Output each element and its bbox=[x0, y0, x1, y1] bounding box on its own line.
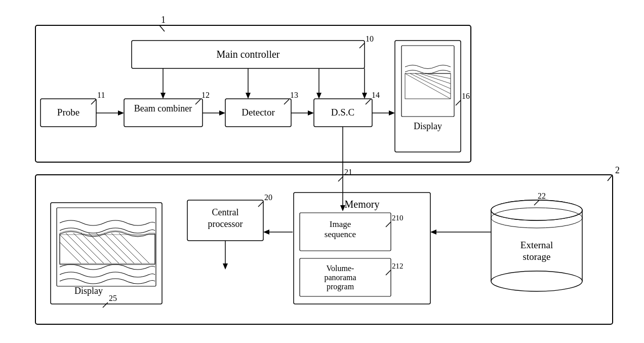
ref12-label: 12 bbox=[202, 91, 210, 99]
ref14-label: 14 bbox=[372, 91, 380, 99]
volume-panorama-label3: program bbox=[327, 282, 354, 291]
ref20-label: 20 bbox=[264, 193, 272, 202]
svg-line-1 bbox=[159, 25, 165, 31]
svg-line-74 bbox=[96, 233, 147, 284]
detector-label: Detector bbox=[242, 107, 275, 118]
ref10-label: 10 bbox=[366, 34, 374, 43]
dsc-label: D.S.C bbox=[331, 107, 354, 118]
probe-label: Probe bbox=[57, 107, 79, 118]
svg-line-7 bbox=[91, 99, 96, 104]
svg-rect-16 bbox=[401, 46, 454, 117]
svg-line-47 bbox=[386, 270, 391, 275]
svg-line-68 bbox=[51, 233, 101, 284]
svg-line-5 bbox=[359, 43, 365, 48]
svg-line-3 bbox=[608, 175, 613, 181]
svg-line-11 bbox=[284, 99, 289, 104]
svg-point-58 bbox=[491, 271, 582, 291]
external-storage-label2: storage bbox=[523, 251, 551, 262]
image-sequence-label1: Image bbox=[330, 219, 351, 229]
diagram-container: 1 2 Main controller 10 Probe 11 Beam com… bbox=[0, 0, 644, 343]
ref16-label: 16 bbox=[462, 92, 470, 100]
svg-line-13 bbox=[366, 99, 371, 104]
display-bottom-label: Display bbox=[74, 286, 103, 296]
ref2-label: 2 bbox=[615, 165, 620, 175]
svg-line-20 bbox=[415, 73, 451, 89]
ref25-label: 25 bbox=[109, 294, 117, 302]
svg-line-75 bbox=[104, 233, 154, 284]
svg-marker-29 bbox=[316, 93, 321, 99]
ref13-label: 13 bbox=[290, 91, 298, 99]
external-storage-label1: External bbox=[520, 240, 553, 250]
svg-rect-14 bbox=[395, 41, 461, 152]
svg-line-22 bbox=[425, 73, 451, 79]
svg-line-19 bbox=[410, 73, 451, 94]
ref210-label: 210 bbox=[392, 214, 404, 222]
svg-marker-31 bbox=[362, 93, 367, 99]
display-top-label: Display bbox=[414, 121, 442, 131]
svg-line-49 bbox=[258, 202, 263, 207]
svg-rect-64 bbox=[51, 203, 162, 304]
svg-line-72 bbox=[81, 233, 132, 284]
svg-line-71 bbox=[73, 233, 124, 284]
central-processor-label2: processor bbox=[208, 219, 243, 229]
svg-line-70 bbox=[66, 233, 116, 284]
svg-line-45 bbox=[386, 222, 391, 227]
volume-panorama-label1: Volume- bbox=[327, 264, 354, 273]
svg-line-9 bbox=[195, 99, 200, 104]
svg-marker-25 bbox=[160, 93, 166, 99]
svg-line-15 bbox=[456, 100, 461, 105]
svg-marker-39 bbox=[389, 110, 395, 116]
ref21-label: 21 bbox=[344, 168, 352, 176]
ref22-label: 22 bbox=[538, 192, 546, 200]
svg-marker-33 bbox=[118, 110, 124, 116]
svg-rect-65 bbox=[57, 208, 156, 286]
svg-marker-53 bbox=[263, 230, 269, 235]
ref212-label: 212 bbox=[392, 262, 404, 270]
svg-line-78 bbox=[103, 302, 108, 308]
svg-line-76 bbox=[111, 233, 162, 284]
main-controller-label: Main controller bbox=[217, 49, 280, 60]
svg-line-69 bbox=[58, 233, 109, 284]
svg-rect-67 bbox=[60, 233, 155, 263]
svg-marker-27 bbox=[246, 93, 251, 99]
svg-marker-51 bbox=[223, 263, 228, 270]
memory-label: Memory bbox=[345, 199, 380, 210]
image-sequence-label2: sequence bbox=[325, 230, 356, 239]
beam-combiner-label: Beam combiner bbox=[134, 103, 192, 113]
ref11-label: 11 bbox=[97, 91, 105, 99]
central-processor-label1: Central bbox=[212, 207, 239, 217]
svg-marker-37 bbox=[308, 110, 314, 116]
svg-marker-63 bbox=[430, 230, 436, 235]
svg-marker-35 bbox=[219, 110, 225, 116]
ref1-label: 1 bbox=[161, 15, 166, 25]
volume-panorama-label2: panorama bbox=[324, 273, 356, 282]
